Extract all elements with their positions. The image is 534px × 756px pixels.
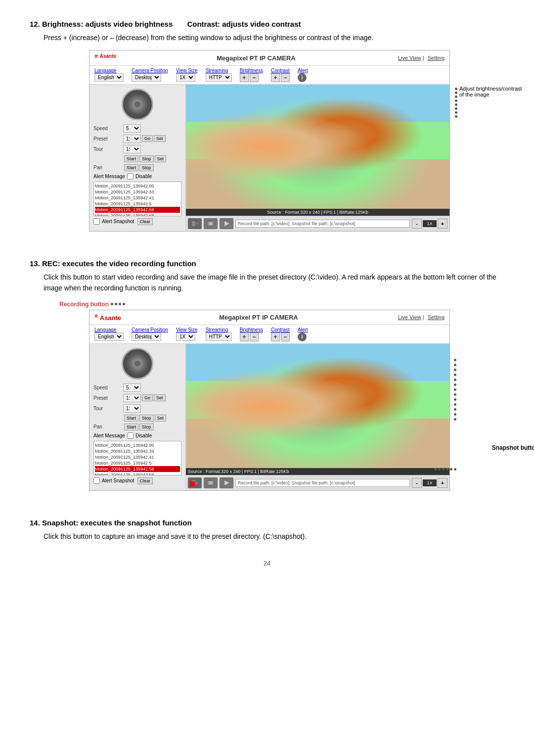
preset-select[interactable]: 1: [123,135,141,143]
pan-start-btn[interactable]: Start [124,164,138,171]
disable-label-2: Disable [135,433,152,438]
zoom-controls-1: - 1X + [412,219,447,229]
contrast-group: Contrast + − [271,68,290,82]
camera-right-panel-1: Source : Format:320 x 240 | FPS:1 | BitR… [186,85,449,231]
clear-btn-2[interactable]: Clear [137,477,153,484]
tour-select-2[interactable]: 1: [123,404,141,413]
dot [111,303,113,305]
zoom-minus-btn[interactable]: - [412,219,422,229]
zoom-plus-btn-2[interactable]: + [438,478,447,488]
motion-item[interactable]: Motion_20091125_135942.5 [95,201,180,207]
section-13: 13. REC: executes the video recording fu… [30,259,504,501]
speed-row-2: Speed 5 [93,383,181,392]
brightness-increase-btn-2[interactable]: + [240,332,249,341]
pan-stop-btn[interactable]: Stop [139,164,154,171]
preset-select-2[interactable]: 1: [123,394,141,402]
tour-label: Tour [93,146,123,152]
brightness-annotation: Adjust brightness/contrastof the image [455,86,534,118]
camera-links: Live View | Setting [396,55,445,61]
tour-select[interactable]: 1: [123,145,141,153]
contrast-decrease-btn-2[interactable]: − [281,332,290,341]
tour-set-btn-2[interactable]: Set [155,415,167,422]
motion-item-2[interactable]: Motion_20091125_135942.58 [95,472,180,475]
contrast-increase-btn-2[interactable]: + [271,332,280,341]
snapshot-btn[interactable] [204,218,218,229]
view-size-select-2[interactable]: 1X [176,332,195,341]
alert-snapshot-checkbox[interactable] [93,218,100,225]
zoom-plus-btn[interactable]: + [438,219,447,229]
view-size-group: View Size 1X [176,68,198,82]
go-btn[interactable]: Go [142,135,153,142]
pan-stop-btn-2[interactable]: Stop [139,424,154,430]
brightness-decrease-btn-2[interactable]: − [250,332,259,341]
alert-message-label-2: Alert Message [93,433,125,438]
pan-label-2: Pan [93,424,123,429]
streaming-select[interactable]: HTTP [206,73,232,82]
motion-item[interactable]: Motion_20091125_135942.58 [95,213,180,216]
motion-item-2[interactable]: Motion_20091125_135942.41 [95,454,180,460]
rec-btn[interactable] [188,218,202,229]
streaming-select-2[interactable]: HTTP [206,332,232,341]
live-view-link[interactable]: Live View [398,55,421,61]
tour-start-btn-2[interactable]: Start [124,415,138,422]
brightness-group: Brightness + − [240,68,263,82]
speed-select[interactable]: 5 [123,124,141,133]
dot [450,468,452,471]
motion-item-2[interactable]: Motion_20091125_135942.33 [95,448,180,454]
disable-checkbox[interactable] [127,173,134,180]
zoom-minus-btn-2[interactable]: - [412,478,422,488]
setting-link[interactable]: Setting [428,55,445,61]
contrast-increase-btn[interactable]: + [271,73,280,82]
alert-snapshot-checkbox-2[interactable] [93,477,100,484]
dot [434,468,437,471]
live-view-link-2[interactable]: Live View [398,314,421,320]
language-select-2[interactable]: English [94,332,124,341]
tour-stop-btn[interactable]: Stop [139,155,154,162]
alert-icon[interactable]: i [298,73,307,82]
tour-stop-btn-2[interactable]: Stop [139,415,154,422]
motion-item[interactable]: Motion_20091125_135942.00 [95,183,180,189]
section-14: 14. Snapshot: executes the snapshot func… [30,519,504,542]
speed-label-2: Speed [93,385,123,390]
dot [454,418,456,421]
alert-icon-2[interactable]: i [298,332,307,341]
ptz-circle[interactable] [122,89,153,120]
motion-item[interactable]: Motion_20091125_135942.33 [95,189,180,195]
view-size-group-2: View Size 1X [176,327,198,341]
camera-position-select-2[interactable]: Desktop [132,332,161,341]
motion-item[interactable]: Motion_20091125_135942.41 [95,195,180,201]
language-select[interactable]: English [94,73,124,82]
brightness-group-2: Brightness + − [240,327,263,341]
setting-link-2[interactable]: Setting [428,314,445,320]
clear-btn[interactable]: Clear [137,218,153,225]
view-size-select[interactable]: 1X [176,73,195,82]
pan-start-btn-2[interactable]: Start [124,424,138,430]
motion-item-selected[interactable]: Motion_20091125_135942.58 [95,207,180,213]
camera-position-select[interactable]: Desktop [132,73,161,82]
go-btn-2[interactable]: Go [142,394,153,401]
motion-item-selected-2[interactable]: Motion_20091125_135942.58 [95,466,180,472]
ptz-circle-2[interactable] [122,348,153,379]
snapshot-btn-2[interactable] [204,477,218,488]
play-btn-2[interactable] [220,477,233,488]
brightness-decrease-btn[interactable]: − [250,73,259,82]
camera-right-panel-2: Source : Format:320 x 240 | FPS:1 | BitR… [186,344,449,490]
record-path-2: Record file path: [c:\video]; Snapshot f… [235,479,410,487]
section-12-title: 12. Brightness: adjusts video brightness… [30,20,504,28]
dot [454,413,456,416]
set-btn-2[interactable]: Set [154,394,166,401]
alert-snapshot-label: Alert Snapshot [102,219,134,224]
motion-item-2[interactable]: Motion_20091125_135942.00 [95,442,180,448]
play-btn[interactable] [220,218,233,229]
tour-set-btn[interactable]: Set [155,155,167,162]
tour-start-btn[interactable]: Start [124,155,138,162]
motion-item-2[interactable]: Motion_20091125_135942.5 [95,460,180,466]
brightness-increase-btn[interactable]: + [240,73,249,82]
speed-select-2[interactable]: 5 [123,383,141,392]
preset-label: Preset [93,136,123,142]
set-btn[interactable]: Set [154,135,166,142]
language-label: Language [94,68,117,73]
contrast-decrease-btn[interactable]: − [281,73,290,82]
disable-checkbox-2[interactable] [127,432,134,439]
camera-position-group-2: Camera Position Desktop [132,327,168,341]
